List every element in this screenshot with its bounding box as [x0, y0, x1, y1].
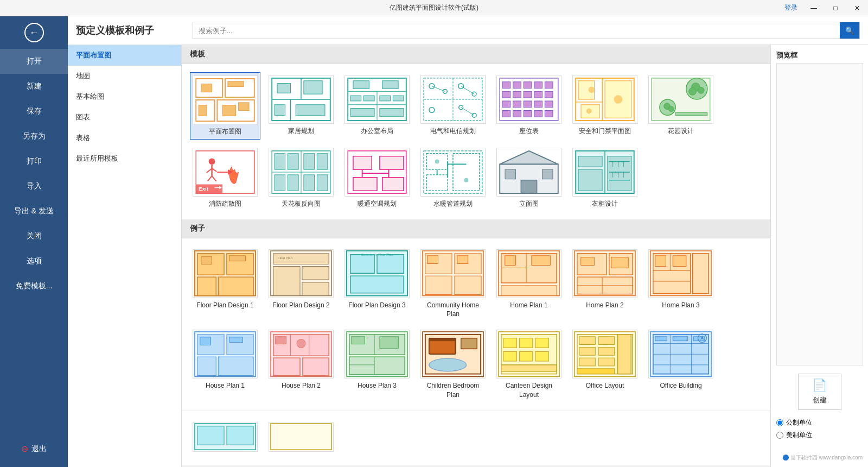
example-item-fpd3[interactable]: Community Floor Plan Floor Plan Design 3: [342, 247, 412, 322]
example-label-ob: Office Building: [660, 381, 701, 390]
svg-rect-224: [535, 338, 549, 348]
watermark: 🔵 当下软件园 www.dangxia.com: [776, 454, 863, 462]
example-thumb-cdl: [496, 330, 561, 378]
example-item-hsp1[interactable]: House Plan 1: [190, 327, 260, 402]
example-item-ob[interactable]: Office Building: [646, 327, 716, 402]
svg-text:Community Floor Plan: Community Floor Plan: [361, 253, 393, 256]
svg-line-39: [432, 86, 445, 92]
template-item-hvac[interactable]: 暖通空调规划: [342, 145, 412, 211]
sidebar-item-close[interactable]: 关闭: [0, 224, 68, 249]
search-input[interactable]: [193, 23, 840, 38]
template-item-ceiling[interactable]: 天花板反向图: [266, 145, 336, 211]
svg-rect-16: [296, 105, 325, 116]
template-item-seating[interactable]: 座位表: [494, 72, 564, 140]
example-item-ol[interactable]: Office Layout: [570, 327, 640, 402]
template-item-floorplan[interactable]: 平面布置图: [190, 72, 260, 140]
example-item-more1[interactable]: [190, 419, 260, 457]
back-button[interactable]: ←: [0, 16, 68, 49]
preview-box: [776, 63, 863, 365]
template-item-plumbing[interactable]: 水暖管道规划: [418, 145, 488, 211]
template-item-wardrobe[interactable]: 衣柜设计: [570, 145, 640, 211]
template-label-floorplan: 平面布置图: [209, 127, 241, 136]
example-item-hp3[interactable]: Home Plan 3: [646, 247, 716, 322]
example-label-hp2: Home Plan 2: [586, 301, 623, 310]
template-thumb-hvac: [344, 148, 410, 197]
close-button[interactable]: ✕: [846, 0, 868, 16]
sidebar: ← 打开 新建 保存 另存为 打印 导入 导出 & 发送 关闭 选项 免费模板.…: [0, 16, 68, 467]
example-thumb-ol: [572, 330, 637, 378]
sidebar-item-save[interactable]: 保存: [0, 99, 68, 124]
sidebar-item-new[interactable]: 新建: [0, 74, 68, 99]
svg-rect-106: [353, 156, 372, 169]
template-item-electrical[interactable]: 电气和电信规划: [418, 72, 488, 140]
svg-rect-238: [577, 369, 615, 374]
example-item-chp[interactable]: Community Home Plan: [418, 247, 488, 322]
nav-item-table[interactable]: 表格: [68, 128, 181, 148]
example-item-hsp3[interactable]: House Plan 3: [342, 327, 412, 402]
sidebar-item-open[interactable]: 打开: [0, 49, 68, 74]
templates-section-header: 模板: [182, 45, 770, 64]
metric-label: 公制单位: [786, 418, 812, 427]
sidebar-item-free[interactable]: 免费模板...: [0, 274, 68, 299]
template-item-evacuation[interactable]: Exit 消防疏散图: [190, 145, 260, 211]
example-item-hp1[interactable]: Home Plan 1: [494, 247, 564, 322]
svg-rect-190: [673, 256, 686, 267]
exit-button[interactable]: ⊖ 退出: [0, 436, 68, 462]
nav-item-chart[interactable]: 图表: [68, 107, 181, 128]
svg-rect-212: [352, 337, 365, 344]
login-link[interactable]: 登录: [784, 3, 797, 12]
search-bar: 🔍: [193, 22, 860, 39]
svg-point-71: [586, 109, 592, 114]
template-thumb-plumbing: [420, 148, 486, 197]
svg-point-121: [435, 159, 439, 163]
template-item-elevation[interactable]: 立面图: [494, 145, 564, 211]
example-thumb-more1: [193, 422, 258, 452]
svg-rect-22: [382, 81, 398, 89]
search-button[interactable]: 🔍: [840, 22, 859, 39]
example-label-fpd1: Floor Plan Design 1: [196, 301, 253, 310]
metric-radio[interactable]: [776, 419, 783, 426]
template-item-office[interactable]: 办公室布局: [342, 72, 412, 140]
sidebar-item-options[interactable]: 选项: [0, 249, 68, 274]
sidebar-item-print[interactable]: 打印: [0, 149, 68, 174]
svg-rect-246: [655, 337, 667, 341]
template-thumb-office: [344, 75, 410, 124]
imperial-radio[interactable]: [776, 432, 783, 439]
template-label-wardrobe: 衣柜设计: [592, 199, 618, 209]
svg-rect-108: [353, 178, 377, 191]
nav-item-recent[interactable]: 最近所用模板: [68, 148, 181, 169]
svg-rect-153: [302, 267, 329, 280]
maximize-button[interactable]: □: [825, 0, 846, 16]
nav-item-floorplan[interactable]: 平面布置图: [68, 45, 181, 66]
svg-point-37: [459, 105, 463, 110]
template-item-security[interactable]: 安全和门禁平面图: [570, 72, 640, 140]
minimize-button[interactable]: —: [803, 0, 825, 16]
nav-item-basic[interactable]: 基本绘图: [68, 86, 181, 107]
sidebar-item-export[interactable]: 导出 & 发送: [0, 199, 68, 224]
example-item-fpd1[interactable]: Floor Plan Design 1: [190, 247, 260, 322]
example-item-more2[interactable]: [266, 419, 336, 457]
example-item-cbp[interactable]: Children Bedroom Plan: [418, 327, 488, 402]
imperial-unit-option[interactable]: 美制单位: [776, 431, 812, 440]
svg-line-87: [212, 176, 216, 181]
create-button[interactable]: 📄 创建: [798, 374, 841, 410]
example-item-fpd2[interactable]: Floor Plan Floor Plan Design 2: [266, 247, 336, 322]
metric-unit-option[interactable]: 公制单位: [776, 418, 812, 427]
sidebar-item-saveas[interactable]: 另存为: [0, 124, 68, 149]
svg-rect-189: [655, 256, 666, 267]
right-panel: 预览框 📄 创建 公制单位 美制单位: [770, 45, 868, 467]
svg-rect-204: [276, 337, 286, 344]
template-label-hvac: 暖通空调规划: [358, 199, 397, 209]
svg-point-219: [429, 358, 467, 371]
template-item-home[interactable]: 家居规划: [266, 72, 336, 140]
example-item-cdl[interactable]: Canteen Design Layout: [494, 327, 564, 402]
example-item-hp2[interactable]: Home Plan 2: [570, 247, 640, 322]
svg-rect-80: [675, 112, 707, 115]
template-item-garden[interactable]: 花园设计: [646, 72, 716, 140]
example-item-hsp2[interactable]: House Plan 2: [266, 327, 336, 402]
svg-rect-24: [364, 96, 375, 101]
nav-item-map[interactable]: 地图: [68, 66, 181, 86]
template-label-seating: 座位表: [519, 127, 539, 136]
sidebar-item-import[interactable]: 导入: [0, 174, 68, 199]
example-label-ol: Office Layout: [586, 381, 624, 390]
